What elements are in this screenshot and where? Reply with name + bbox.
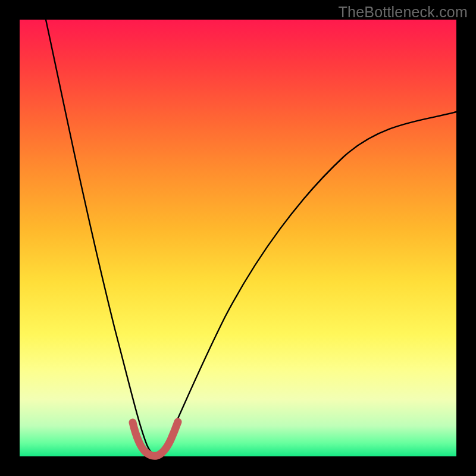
bottleneck-curve	[20, 20, 456, 456]
plot-area	[20, 20, 456, 456]
trough-marker	[133, 422, 178, 456]
chart-frame: TheBottleneck.com	[0, 0, 476, 476]
curve-path	[46, 20, 456, 455]
watermark-text: TheBottleneck.com	[339, 4, 468, 21]
